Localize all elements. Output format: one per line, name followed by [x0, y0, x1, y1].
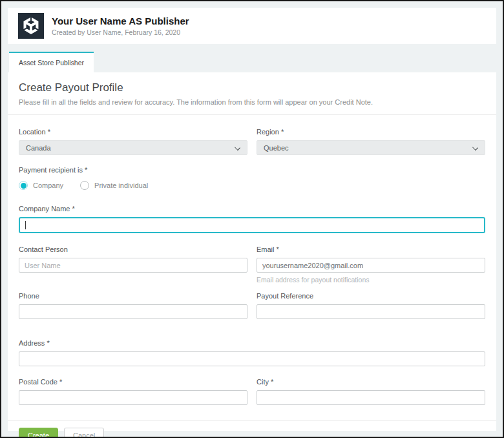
create-button[interactable]: Create: [19, 428, 58, 438]
city-label: City *: [257, 378, 485, 386]
location-select[interactable]: Canada: [19, 140, 247, 155]
city-input[interactable]: [257, 390, 485, 405]
address-label: Address *: [19, 339, 485, 347]
phone-label: Phone: [19, 292, 247, 300]
payment-recipient-label: Payment recipient is *: [19, 166, 485, 174]
phone-input[interactable]: [19, 304, 247, 319]
location-label: Location *: [19, 128, 247, 136]
tab-bar: Asset Store Publisher: [9, 52, 496, 72]
radio-selected-icon[interactable]: [19, 181, 28, 190]
postal-code-label: Postal Code *: [19, 378, 247, 386]
publisher-subtitle: Created by User Name, February 16, 2020: [52, 28, 189, 36]
chevron-down-icon: [472, 145, 478, 151]
company-name-input[interactable]: [19, 217, 485, 233]
region-select[interactable]: Quebec: [257, 140, 485, 155]
publisher-title: Your User Name AS Publisher: [52, 16, 189, 27]
tab-asset-store-publisher[interactable]: Asset Store Publisher: [9, 52, 94, 72]
contact-person-label: Contact Person: [19, 245, 247, 253]
page-title: Create Payout Profile: [19, 81, 485, 94]
email-helper-text: Email address for payout notifications: [257, 276, 485, 284]
payout-reference-label: Payout Reference: [257, 292, 485, 300]
email-label: Email *: [257, 245, 485, 253]
email-input[interactable]: [257, 258, 485, 273]
region-label: Region *: [257, 128, 485, 136]
radio-private-individual-label: Private individual: [94, 182, 148, 189]
chevron-down-icon: [235, 145, 240, 151]
form-footer: Create Cancel: [8, 420, 496, 438]
publisher-header: Your User Name AS Publisher Created by U…: [8, 8, 496, 44]
location-selected-value: Canada: [26, 144, 51, 152]
payment-recipient-radio-group: Company Private individual: [19, 181, 485, 190]
address-input[interactable]: [19, 351, 485, 366]
payout-form: Location * Canada Region * Quebec Paymen…: [19, 115, 485, 438]
payout-reference-input[interactable]: [257, 304, 485, 319]
region-selected-value: Quebec: [264, 144, 289, 152]
unity-logo-icon: [23, 17, 39, 34]
postal-code-input[interactable]: [19, 390, 247, 405]
radio-company[interactable]: Company: [19, 181, 63, 190]
text-cursor: [25, 221, 26, 229]
contact-person-input[interactable]: [19, 258, 247, 273]
payout-profile-panel: Create Payout Profile Please fill in all…: [8, 72, 496, 431]
radio-private-individual[interactable]: Private individual: [80, 181, 148, 190]
unity-logo-icon: [18, 13, 44, 39]
cancel-button[interactable]: Cancel: [64, 428, 104, 438]
page-description: Please fill in all the fields and review…: [19, 98, 485, 106]
company-name-label: Company Name *: [19, 205, 485, 213]
radio-unselected-icon[interactable]: [80, 181, 89, 190]
radio-company-label: Company: [33, 182, 63, 189]
